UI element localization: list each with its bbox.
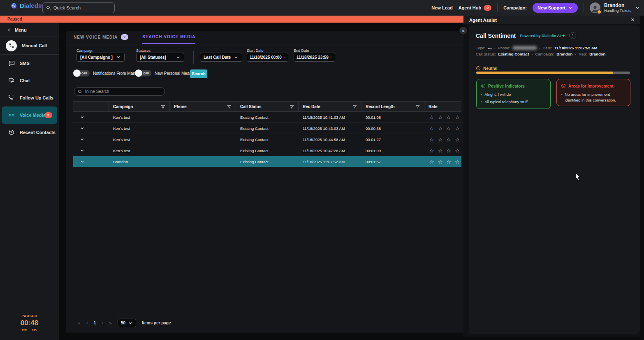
- user-name: Brandon: [604, 3, 631, 8]
- row-expand-button[interactable]: [73, 126, 109, 131]
- star-icon[interactable]: ☆: [438, 126, 443, 131]
- row-expand-button[interactable]: [73, 137, 109, 142]
- sidebar-item-recent-contacts[interactable]: Recent Contacts: [0, 124, 59, 141]
- previous-page-button[interactable]: ‹: [86, 320, 88, 326]
- row-expand-button[interactable]: [73, 148, 109, 153]
- star-icon[interactable]: ☆: [438, 159, 443, 164]
- column-header-record-length[interactable]: Record Length: [361, 102, 424, 111]
- star-icon[interactable]: ☆: [455, 148, 460, 153]
- filter-icon[interactable]: [290, 104, 294, 109]
- cell-rec-date: 11/18/2025 10:43:03 AM: [299, 126, 361, 131]
- end-date-input[interactable]: [297, 55, 331, 60]
- table-row[interactable]: Ken's test Existing Contact 11/18/2025 1…: [73, 145, 461, 156]
- star-icon[interactable]: ☆: [438, 148, 443, 153]
- sidebar-item-manual-call[interactable]: Manual Call: [0, 37, 59, 54]
- chevron-down-icon[interactable]: [635, 5, 640, 10]
- star-icon[interactable]: ☆: [438, 115, 443, 120]
- double-chevron-right-icon: »: [462, 28, 464, 33]
- star-icon[interactable]: ☆: [429, 126, 434, 131]
- chevron-down-icon: [176, 55, 181, 60]
- table-row[interactable]: Ken's test Existing Contact 11/18/2025 1…: [73, 112, 461, 123]
- end-date-field[interactable]: [294, 53, 335, 62]
- filter-icon[interactable]: [415, 104, 420, 109]
- calendar-icon[interactable]: [331, 55, 332, 60]
- quick-search[interactable]: [42, 2, 115, 13]
- star-icon[interactable]: ☆: [429, 115, 434, 120]
- statuses-filter-select[interactable]: [All Statuses]: [136, 53, 184, 62]
- campaign-filter-select[interactable]: [All Campaigns ]: [76, 53, 125, 62]
- chevron-down-icon: [80, 137, 85, 142]
- column-header-rate[interactable]: Rate: [424, 102, 461, 111]
- next-page-button[interactable]: ›: [102, 320, 103, 326]
- user-menu[interactable]: – Brandon Handling Tickets: [590, 2, 640, 13]
- sidebar-item-follow-up-calls[interactable]: Follow Up Calls: [0, 89, 59, 106]
- menu-collapse-button[interactable]: Menu: [0, 23, 59, 37]
- last-page-button[interactable]: »: [109, 320, 112, 326]
- start-date-input[interactable]: [250, 55, 284, 60]
- column-header-campaign[interactable]: Campaign: [109, 102, 170, 111]
- voice-media-badge: 2: [44, 112, 52, 118]
- table-row[interactable]: Ken's test Existing Contact 11/18/2025 1…: [73, 123, 461, 134]
- date-type-select[interactable]: Last Call Date: [200, 53, 242, 62]
- star-icon[interactable]: ☆: [438, 137, 443, 142]
- table-row[interactable]: Ken's test Existing Contact 11/18/2025 1…: [73, 134, 461, 145]
- filter-icon[interactable]: [227, 104, 232, 109]
- tab-new-voice-media[interactable]: NEW VOICE MEDIA 2: [74, 34, 128, 44]
- star-icon[interactable]: ☆: [455, 159, 460, 164]
- date-value: 11/18/2025 11:07:52 AM: [554, 46, 597, 50]
- cell-call-status: Existing Contact: [236, 115, 299, 120]
- notifications-from-manager-toggle[interactable]: OFF: [74, 70, 90, 76]
- tab-search-voice-media[interactable]: SEARCH VOICE MEDIA: [142, 34, 195, 44]
- column-header-rec-date[interactable]: Rec Date: [299, 102, 361, 111]
- inline-search[interactable]: [74, 87, 165, 96]
- filter-icon[interactable]: [352, 104, 357, 109]
- current-page[interactable]: 1: [94, 321, 96, 325]
- filter-icon[interactable]: [161, 104, 165, 109]
- star-icon[interactable]: ☆: [446, 137, 451, 142]
- rating-stars: ☆☆☆☆: [424, 148, 461, 153]
- type-value: ---: [488, 46, 492, 50]
- star-icon[interactable]: ☆: [446, 115, 451, 120]
- brand-logo[interactable]: DialedIn: [11, 2, 44, 9]
- campaign-filter-label: Campaign: [76, 49, 93, 53]
- page-size-select[interactable]: 50: [118, 319, 136, 327]
- star-icon[interactable]: ☆: [446, 126, 451, 131]
- row-expand-button[interactable]: [73, 115, 109, 120]
- column-header-call-status[interactable]: Call Status: [236, 102, 299, 111]
- first-page-button[interactable]: «: [78, 320, 81, 326]
- star-icon[interactable]: ☆: [446, 148, 451, 153]
- more-options-button[interactable]: ⋮: [569, 32, 576, 39]
- star-icon[interactable]: ☆: [429, 159, 434, 164]
- calendar-icon[interactable]: [284, 55, 285, 60]
- star-icon[interactable]: ☆: [429, 137, 434, 142]
- sidebar-item-voice-media[interactable]: Voice Media 2: [2, 106, 57, 124]
- search-button[interactable]: Search: [190, 69, 207, 78]
- divider: [66, 46, 463, 46]
- start-date-field[interactable]: [247, 53, 288, 62]
- cell-campaign: Ken's test: [109, 137, 170, 142]
- inline-search-input[interactable]: [85, 89, 151, 94]
- new-personal-messages-toggle[interactable]: OFF: [136, 70, 151, 76]
- row-expand-button[interactable]: [73, 159, 109, 164]
- star-icon[interactable]: ☆: [455, 115, 460, 120]
- sidebar-item-chat[interactable]: Chat: [0, 72, 59, 89]
- dialedin-logo-icon: [11, 2, 17, 9]
- new-lead-link[interactable]: New Lead: [431, 5, 452, 10]
- column-header-phone[interactable]: Phone: [170, 102, 236, 111]
- campaign-selector-button[interactable]: New Support: [533, 3, 578, 13]
- sidebar-item-sms[interactable]: SMS: [0, 55, 59, 72]
- divider: [193, 51, 194, 64]
- table-row-selected[interactable]: Brandon Existing Contact 11/18/2025 11:0…: [73, 156, 461, 167]
- cell-rec-date: 11/18/2025 11:07:52 AM: [299, 160, 361, 164]
- star-icon[interactable]: ☆: [455, 137, 460, 142]
- voicemail-icon: [8, 112, 15, 118]
- sidebar: Menu Manual Call SMS Chat Follow Up Call…: [0, 23, 59, 340]
- star-icon[interactable]: ☆: [446, 159, 451, 164]
- quick-search-input[interactable]: [53, 5, 103, 10]
- expand-panel-button[interactable]: »: [459, 26, 468, 35]
- rep-value: Brandon: [589, 52, 605, 56]
- agent-hub-link[interactable]: Agent Hub: [459, 5, 482, 10]
- star-icon[interactable]: ☆: [429, 148, 434, 153]
- star-icon[interactable]: ☆: [455, 126, 460, 131]
- close-icon[interactable]: ✕: [631, 17, 635, 23]
